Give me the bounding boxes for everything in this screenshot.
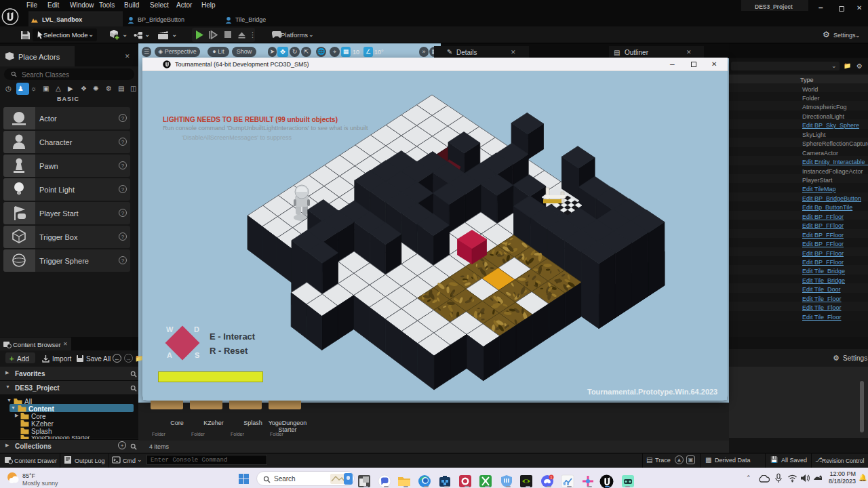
svg-text:1: 1	[551, 475, 553, 479]
